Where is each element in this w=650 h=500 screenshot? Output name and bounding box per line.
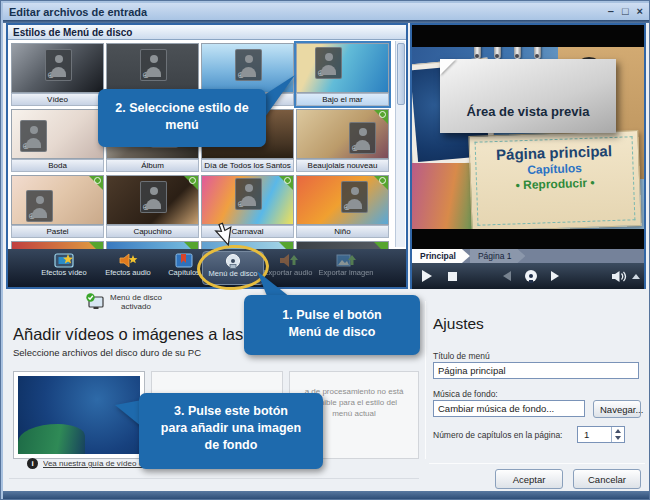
playback-controls [412,263,644,289]
spinner-up-icon[interactable] [615,429,621,433]
chapters-count-spinner[interactable]: 1 [577,426,625,443]
preview-tab-bar: Principal Página 1 [412,249,644,263]
disc-root-button[interactable] [523,269,539,284]
audio-effects-icon [97,251,159,269]
note-fold [440,59,456,75]
video-effects-button[interactable]: Efectos vídeo [33,251,95,285]
maximize-button[interactable]: □ [622,6,629,17]
scrollbar-thumb[interactable] [397,43,405,105]
style-label: Día de Todos los Santos [201,159,294,172]
preview-menu-card: Página principal Capítulos • Reproducir … [468,130,641,229]
note-ring [474,47,481,59]
left-divider [9,478,419,479]
style-item-boda[interactable]: ⊕ Boda [11,109,104,172]
style-item-video[interactable]: ⊕ Vídeo [11,43,104,106]
style-label: Pastel [11,225,104,238]
disc-menu-active-icon [85,293,105,311]
music-label: Música de fondo: [433,389,498,399]
cancel-button[interactable]: Cancelar [573,469,641,489]
preview-area-note: Área de vista previa [440,59,616,133]
spinner-arrows[interactable] [611,427,624,442]
stop-button[interactable] [448,272,457,281]
style-label: Vídeo [11,93,104,106]
guide-link-row: i Vea nuestra guía de vídeo online que l… [27,458,157,469]
video-effects-icon [33,251,95,269]
window-title: Editar archivos de entrada [9,6,147,18]
style-item-beaujolais-nouveau[interactable]: ⊕ Beaujolais nouveau [296,109,389,172]
style-thumbnail: ⊕ [11,109,104,159]
chapters-count-value: 1 [578,427,611,442]
style-label: Capuchino [106,225,199,238]
menu-title-label: Título de menú [433,351,490,361]
audio-effects-button[interactable]: Efectos audio [97,251,159,285]
style-thumbnail: ⊕ [106,43,199,93]
chapters-count-label: Número de capítulos en la página: [433,430,562,440]
style-label: Álbum [106,159,199,172]
style-thumbnail [11,241,104,249]
preview-letterbox-top [412,25,644,47]
status-text: Menú de disco activado [110,293,162,311]
note-text: Área de vista previa [440,104,616,119]
tab-principal[interactable]: Principal [412,249,470,263]
page-subheading: Seleccione archivos del disco duro de su… [13,347,201,358]
volume-control[interactable] [611,270,640,283]
style-label: Niño [296,225,389,238]
style-thumbnail: ⊕ [201,175,294,225]
menu-title-input[interactable] [433,362,639,379]
export-image-icon [315,251,377,269]
window-controls: – □ × [608,6,643,17]
preview-screen: Página principal Capítulos • Reproducir … [412,47,644,229]
style-thumbnail: ⊕ [296,109,389,159]
style-item-nino[interactable]: ⊕ Niño [296,175,389,238]
app-window: Editar archivos de entrada – □ × Estilos… [0,0,650,500]
note-ring [534,47,541,59]
preview-letterbox-bottom [412,229,644,249]
style-label: Boda [11,159,104,172]
callout-step3: 3. Pulse este botón para añadir una imag… [139,393,323,469]
callout-step1: 1. Pulse el botón Menú de disco [244,295,420,355]
style-label: Bajo el mar [296,93,389,106]
style-thumbnail: ⊕ [11,43,104,93]
styles-panel-header: Estilos de Menú de disco [8,25,406,40]
style-item-partial[interactable] [296,241,389,249]
style-label: Beaujolais nouveau [296,159,389,172]
window-bottom-frame [3,491,649,499]
play-button[interactable] [422,270,432,282]
browse-button[interactable]: Navegar... [593,400,641,418]
volume-popup-caret[interactable] [632,274,640,279]
export-image-button[interactable]: Exportar imagen [315,251,377,285]
style-thumbnail: ⊕ [296,175,389,225]
styles-panel-title: Estilos de Menú de disco [13,27,132,38]
export-audio-icon [257,251,319,269]
style-item-capuchino[interactable]: ⊕ Capuchino [106,175,199,238]
style-thumbnail: ⊕ [11,175,104,225]
styles-scrollbar[interactable] [395,41,405,247]
spinner-down-icon[interactable] [615,436,621,440]
title-bar: Editar archivos de entrada – □ × [3,3,649,20]
accept-button[interactable]: Aceptar [495,469,563,489]
note-ring [494,47,501,59]
minimize-button[interactable]: – [608,6,614,17]
music-input[interactable] [433,400,585,417]
style-thumbnail [106,241,199,249]
info-icon: i [27,458,38,469]
style-item-partial[interactable] [106,241,199,249]
style-thumbnail: ⊕ [106,175,199,225]
page-heading: Añadir vídeos o imágenes a las áre [13,325,272,344]
style-item-pastel[interactable]: ⊕ Pastel [11,175,104,238]
settings-title: Ajustes [433,315,484,333]
disc-menu-icon [203,252,263,270]
style-item-partial[interactable] [11,241,104,249]
next-page-button[interactable] [551,271,559,281]
style-thumbnail [296,241,389,249]
callout-step2: 2. Seleccione estilo de menú [98,89,266,147]
previous-page-button[interactable] [503,271,511,281]
disc-icon [523,269,539,284]
style-item-bajo-el-mar-selected[interactable]: ⊕ Bajo el mar [296,43,389,106]
style-thumbnail: ⊕ [296,43,389,93]
volume-icon [611,270,628,283]
close-button[interactable]: × [637,6,643,17]
disc-menu-status-indicator: Menú de disco activado [85,293,181,317]
footer-divider [429,463,645,464]
tab-pagina-1[interactable]: Página 1 [470,249,526,263]
